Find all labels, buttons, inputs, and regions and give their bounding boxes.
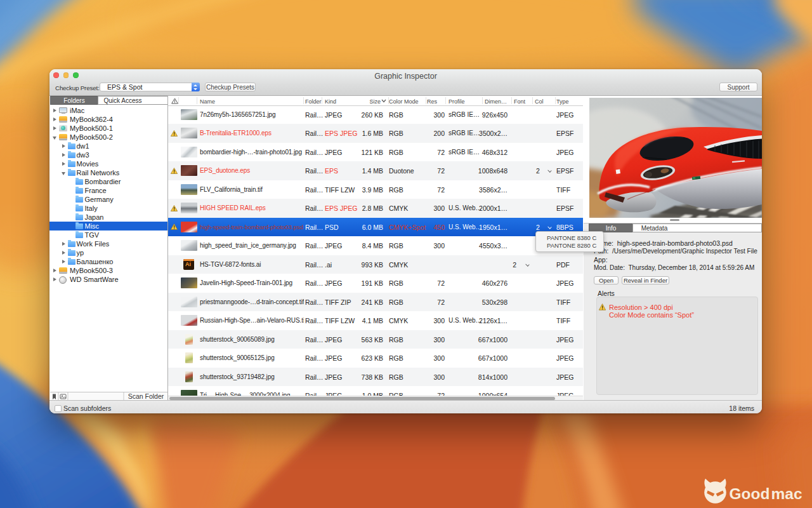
svg-text:Goodmac: Goodmac: [730, 485, 802, 502]
